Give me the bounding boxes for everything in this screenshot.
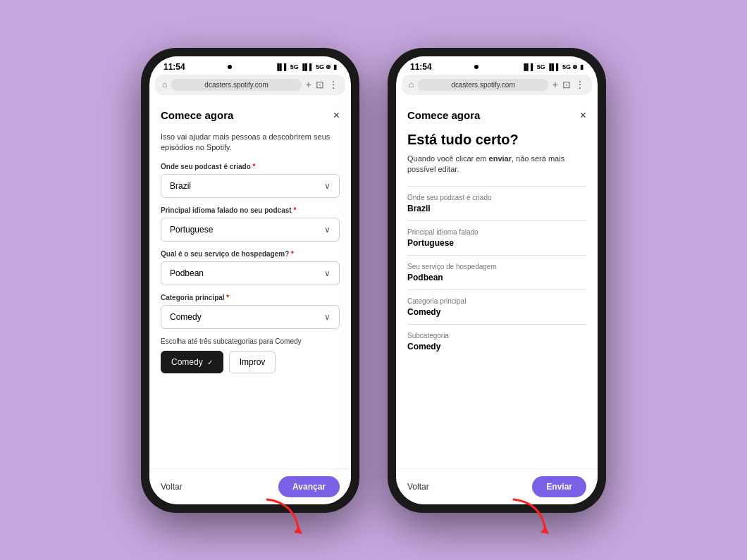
select-country[interactable]: Brazil ∨ (161, 174, 340, 198)
home-icon-1[interactable]: ⌂ (162, 80, 167, 89)
modal-title-1: Comece agora (161, 109, 233, 121)
modal-title-2: Comece agora (407, 109, 480, 121)
modal-content-2: Comece agora × Está tudo certo? Quando v… (396, 98, 598, 371)
signal-text-2: ▐▌▌ 5G ▐▌▌ 5G ⊛ ▮ (521, 63, 584, 70)
close-button-2[interactable]: × (580, 109, 586, 122)
confirm-row-label-0: Onde seu podcast é criado (407, 194, 586, 201)
confirm-row-value-1: Portuguese (407, 238, 586, 248)
status-icons-2: ▐▌▌ 5G ▐▌▌ 5G ⊛ ▮ (521, 63, 584, 70)
phone1-inner: 11:54 ▐▌▌ 5G ▐▌▌ 5G ⊛ ▮ ⌂ dcasters.spoti… (149, 56, 351, 504)
phone2-wrapper: 11:54 ▐▌▌ 5G ▐▌▌ 5G ⊛ ▮ ⌂ dcasters.spoti… (388, 48, 606, 513)
confirm-row-2: Seu serviço de hospedagem Podbean (407, 255, 586, 290)
content-2: Comece agora × Está tudo certo? Quando v… (396, 98, 598, 468)
chip-improv-label: Improv (240, 357, 266, 367)
svg-marker-1 (541, 526, 549, 534)
chip-comedy[interactable]: Comedy ✓ (161, 351, 223, 373)
status-time-2: 11:54 (410, 62, 432, 72)
menu-icon-2[interactable]: ⋮ (575, 79, 585, 90)
phone2: 11:54 ▐▌▌ 5G ▐▌▌ 5G ⊛ ▮ ⌂ dcasters.spoti… (388, 48, 606, 513)
modal-header-1: Comece agora × (161, 109, 340, 122)
chip-comedy-label: Comedy (171, 357, 203, 367)
cast-icon-2[interactable]: ⊡ (562, 79, 571, 90)
select-language-arrow: ∨ (324, 225, 331, 235)
confirm-title: Está tudo certo? (407, 132, 586, 148)
close-button-1[interactable]: × (333, 109, 340, 122)
confirm-row-value-2: Podbean (407, 273, 586, 282)
select-category-value: Comedy (170, 312, 202, 322)
select-language-value: Portuguese (170, 225, 213, 235)
status-bar-2: 11:54 ▐▌▌ 5G ▐▌▌ 5G ⊛ ▮ (396, 56, 598, 75)
modal-content-1: Comece agora × Isso vai ajudar mais pess… (149, 98, 351, 385)
phone1-wrapper: 11:54 ▐▌▌ 5G ▐▌▌ 5G ⊛ ▮ ⌂ dcasters.spoti… (141, 48, 359, 513)
confirm-row-label-3: Categoria principal (407, 297, 586, 305)
status-time-1: 11:54 (163, 62, 185, 72)
phone1: 11:54 ▐▌▌ 5G ▐▌▌ 5G ⊛ ▮ ⌂ dcasters.spoti… (141, 48, 359, 513)
menu-icon-1[interactable]: ⋮ (328, 79, 338, 90)
dot-indicator-1 (228, 65, 232, 69)
select-hosting[interactable]: Podbean ∨ (161, 261, 340, 285)
field-label-hosting: Qual é o seu serviço de hospedagem? * (161, 250, 340, 258)
confirm-row-value-3: Comedy (407, 307, 586, 317)
select-language[interactable]: Portuguese ∨ (161, 218, 340, 242)
back-button-1[interactable]: Voltar (161, 482, 183, 492)
browser-bar-1: ⌂ dcasters.spotify.com + ⊡ ⋮ (155, 75, 345, 95)
browser-actions-1: + ⊡ ⋮ (306, 79, 338, 90)
browser-bar-2: ⌂ dcasters.spotify.com + ⊡ ⋮ (402, 75, 592, 95)
bottom-bar-2: Voltar Enviar (396, 468, 598, 504)
add-tab-icon-2[interactable]: + (552, 79, 558, 90)
modal-header-2: Comece agora × (407, 109, 586, 122)
confirm-subtitle-bold: enviar (489, 154, 512, 163)
confirm-row-value-4: Comedy (407, 342, 586, 351)
arrow-1 (260, 496, 309, 541)
status-bar-1: 11:54 ▐▌▌ 5G ▐▌▌ 5G ⊛ ▮ (149, 56, 351, 75)
subcategory-chips-1: Comedy ✓ Improv (161, 351, 340, 373)
confirm-row-3: Categoria principal Comedy (407, 290, 586, 324)
browser-url-2[interactable]: dcasters.spotify.com (418, 79, 548, 91)
check-icon-comedy: ✓ (207, 359, 213, 366)
add-tab-icon-1[interactable]: + (306, 79, 311, 90)
browser-actions-2: + ⊡ ⋮ (552, 79, 585, 90)
confirm-row-value-0: Brazil (407, 204, 586, 213)
status-icons-1: ▐▌▌ 5G ▐▌▌ 5G ⊛ ▮ (275, 63, 337, 70)
submit-button[interactable]: Enviar (532, 476, 586, 497)
required-star-2: * (293, 206, 296, 214)
back-button-2[interactable]: Voltar (407, 482, 429, 492)
select-hosting-arrow: ∨ (324, 268, 331, 278)
confirm-row-label-1: Principal idioma falado (407, 228, 586, 236)
field-label-country: Onde seu podcast é criado * (161, 163, 340, 170)
bottom-bar-1: Voltar Avançar (149, 468, 351, 504)
select-category[interactable]: Comedy ∨ (161, 305, 340, 329)
next-button-1[interactable]: Avançar (278, 476, 340, 497)
confirm-row-0: Onde seu podcast é criado Brazil (407, 186, 586, 220)
confirm-subtitle-plain: Quando você clicar em (407, 154, 489, 163)
field-label-language: Principal idioma falado no seu podcast * (161, 206, 340, 214)
select-country-arrow: ∨ (324, 181, 331, 191)
subcategory-label-1: Escolha até três subcategorias para Come… (161, 337, 340, 345)
required-star-4: * (226, 294, 229, 301)
description-text-1: Isso vai ajudar mais pessoas a descobrir… (161, 132, 340, 154)
confirm-row-label-2: Seu serviço de hospedagem (407, 263, 586, 270)
arrow-2 (507, 496, 556, 541)
select-category-arrow: ∨ (324, 312, 331, 322)
svg-marker-0 (294, 526, 302, 534)
field-label-category: Categoria principal * (161, 294, 340, 301)
select-hosting-value: Podbean (170, 268, 204, 278)
confirm-row-1: Principal idioma falado Portuguese (407, 220, 586, 255)
dot-indicator-2 (474, 65, 479, 69)
cast-icon-1[interactable]: ⊡ (316, 79, 324, 90)
phone2-inner: 11:54 ▐▌▌ 5G ▐▌▌ 5G ⊛ ▮ ⌂ dcasters.spoti… (396, 56, 598, 504)
chip-improv[interactable]: Improv (229, 351, 276, 373)
home-icon-2[interactable]: ⌂ (409, 80, 414, 89)
required-star-3: * (291, 250, 294, 258)
confirm-row-4: Subcategoria Comedy (407, 324, 586, 359)
confirm-row-label-4: Subcategoria (407, 332, 586, 340)
signal-text-1: ▐▌▌ 5G ▐▌▌ 5G ⊛ ▮ (275, 63, 337, 70)
browser-url-1[interactable]: dcasters.spotify.com (171, 79, 302, 91)
content-1: Comece agora × Isso vai ajudar mais pess… (149, 98, 351, 468)
select-country-value: Brazil (170, 181, 191, 191)
confirm-subtitle: Quando você clicar em enviar, não será m… (407, 154, 586, 175)
required-star-1: * (253, 163, 256, 170)
